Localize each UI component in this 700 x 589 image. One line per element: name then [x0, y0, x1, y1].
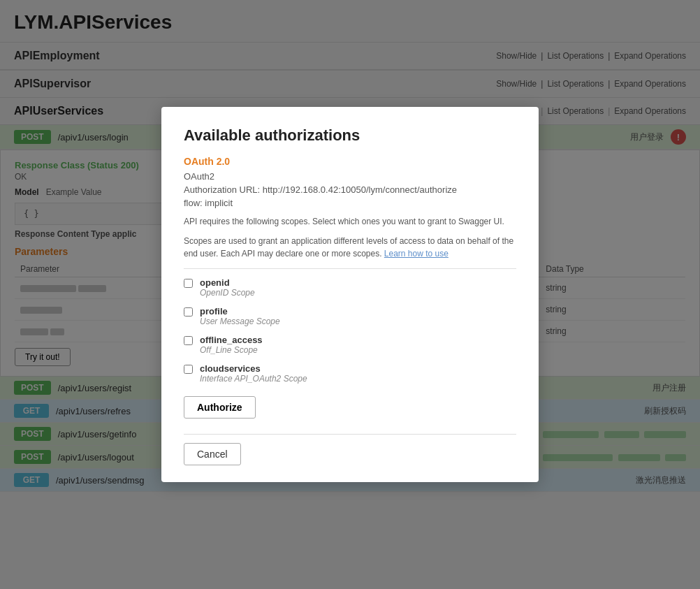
- scope-offline-desc: Off_Line Scope: [200, 345, 263, 355]
- scope-openid-name: openid: [200, 277, 255, 288]
- scope-cloudservices-checkbox[interactable]: [184, 365, 193, 374]
- scope-cloudservices-name: cloudservices: [200, 363, 307, 374]
- modal-actions: Authorize Cancel: [184, 396, 516, 465]
- auth-modal: Available authorizations OAuth 2.0 OAuth…: [161, 107, 539, 482]
- modal-divider-line: [184, 434, 516, 435]
- modal-overlay[interactable]: Available authorizations OAuth 2.0 OAuth…: [0, 0, 700, 492]
- auth-url-line: Authorization URL: http://192.168.0.42:1…: [184, 184, 516, 195]
- scope-profile-checkbox[interactable]: [184, 307, 193, 317]
- flow-label: flow:: [184, 198, 203, 208]
- scope-openid: openid OpenID Scope: [184, 277, 516, 298]
- modal-title: Available authorizations: [184, 126, 516, 145]
- auth-url-value: http://192.168.0.42:10050/lym/connect/au…: [263, 184, 457, 195]
- modal-divider: [184, 268, 516, 269]
- oauth-name: OAuth2: [184, 171, 516, 182]
- auth-url-label: Authorization URL:: [184, 184, 260, 195]
- scope-offline-name: offline_access: [200, 335, 263, 345]
- flow-value: implicit: [205, 198, 233, 208]
- authorize-button[interactable]: Authorize: [184, 396, 256, 419]
- scope-offline-checkbox[interactable]: [184, 336, 193, 345]
- flow-line: flow: implicit: [184, 198, 516, 208]
- modal-desc1: API requires the following scopes. Selec…: [184, 215, 516, 228]
- oauth-title: OAuth 2.0: [184, 156, 516, 167]
- scope-profile-desc: User Message Scope: [200, 317, 280, 326]
- scope-offline: offline_access Off_Line Scope: [184, 335, 516, 355]
- scope-profile: profile User Message Scope: [184, 306, 516, 326]
- learn-link[interactable]: Learn how to use: [384, 249, 449, 259]
- modal-desc2: Scopes are used to grant an application …: [184, 235, 516, 260]
- scope-openid-checkbox[interactable]: [184, 279, 193, 288]
- scope-profile-name: profile: [200, 306, 280, 317]
- scope-openid-desc: OpenID Scope: [200, 288, 255, 298]
- scope-cloudservices-desc: Interface API_OAuth2 Scope: [200, 374, 307, 384]
- cancel-button[interactable]: Cancel: [184, 443, 241, 465]
- scope-cloudservices: cloudservices Interface API_OAuth2 Scope: [184, 363, 516, 384]
